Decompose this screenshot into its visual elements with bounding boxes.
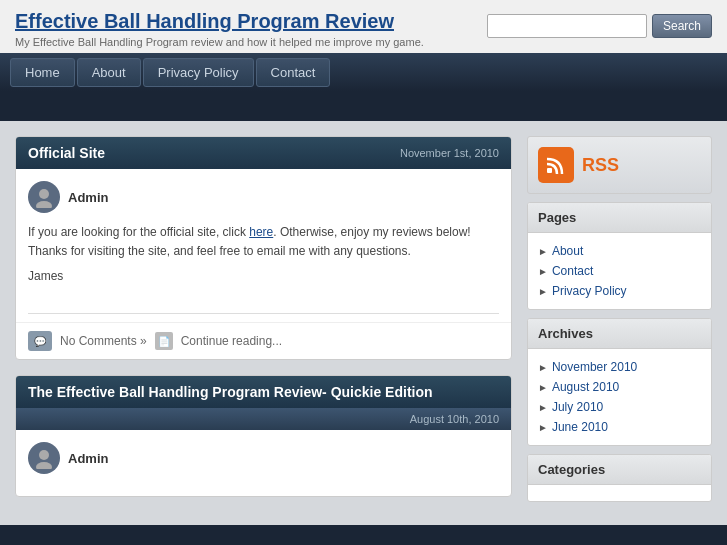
- svg-point-1: [36, 201, 52, 208]
- nav-privacy[interactable]: Privacy Policy: [143, 58, 254, 87]
- post-divider-1: [28, 313, 499, 314]
- sidebar-categories: Categories: [527, 454, 712, 502]
- sidebar-pages: Pages ► About ► Contact ► Privacy Policy: [527, 202, 712, 310]
- arrow-privacy: ►: [538, 286, 548, 297]
- sidebar-archive-aug2010[interactable]: ► August 2010: [538, 377, 701, 397]
- main-layout: Official Site November 1st, 2010 Admin I…: [0, 121, 727, 525]
- svg-point-2: [39, 450, 49, 460]
- nav: HomeAboutPrivacy PolicyContact: [0, 53, 727, 91]
- site-branding: Effective Ball Handling Program Review M…: [15, 10, 424, 48]
- svg-rect-4: [547, 168, 552, 173]
- search-input[interactable]: [487, 14, 647, 38]
- post-text-1: If you are looking for the official site…: [28, 223, 499, 261]
- sidebar-link-privacy[interactable]: ► Privacy Policy: [538, 281, 701, 301]
- banner-area: [0, 91, 727, 121]
- nav-about[interactable]: About: [77, 58, 141, 87]
- post-date-row-2: August 10th, 2010: [16, 408, 511, 430]
- sidebar-archives: Archives ► November 2010 ► August 2010 ►…: [527, 318, 712, 446]
- post-header-1: Official Site November 1st, 2010: [16, 137, 511, 169]
- site-title: Effective Ball Handling Program Review: [15, 10, 424, 33]
- sidebar-link-about[interactable]: ► About: [538, 241, 701, 261]
- post-date-2: August 10th, 2010: [410, 413, 499, 425]
- svg-point-0: [39, 189, 49, 199]
- author-name-2: Admin: [68, 451, 108, 466]
- continue-icon-1: 📄: [155, 332, 173, 350]
- nav-home[interactable]: Home: [10, 58, 75, 87]
- author-name-1: Admin: [68, 190, 108, 205]
- sidebar-categories-header: Categories: [528, 455, 711, 485]
- svg-point-3: [36, 462, 52, 469]
- post-body-2: Admin: [16, 430, 511, 496]
- here-link[interactable]: here: [249, 225, 273, 239]
- post-footer-1: 💬 No Comments » 📄 Continue reading...: [16, 322, 511, 359]
- author-row-1: Admin: [28, 181, 499, 213]
- avatar-2: [28, 442, 60, 474]
- post-header-2: The Effective Ball Handling Program Revi…: [16, 376, 511, 408]
- rss-icon[interactable]: [538, 147, 574, 183]
- arrow-contact: ►: [538, 266, 548, 277]
- post-date-1: November 1st, 2010: [400, 147, 499, 159]
- search-button[interactable]: Search: [652, 14, 712, 38]
- sidebar-archives-header: Archives: [528, 319, 711, 349]
- sidebar-pages-body: ► About ► Contact ► Privacy Policy: [528, 233, 711, 309]
- author-row-2: Admin: [28, 442, 499, 474]
- post-card-2: The Effective Ball Handling Program Revi…: [15, 375, 512, 497]
- sidebar-archives-body: ► November 2010 ► August 2010 ► July 201…: [528, 349, 711, 445]
- site-tagline: My Effective Ball Handling Program revie…: [15, 36, 424, 48]
- site-title-link[interactable]: Effective Ball Handling Program Review: [15, 10, 424, 33]
- nav-contact[interactable]: Contact: [256, 58, 331, 87]
- post-signature-1: James: [28, 269, 499, 283]
- sidebar: RSS Pages ► About ► Contact ► Privacy Po…: [527, 136, 712, 510]
- header: Effective Ball Handling Program Review M…: [0, 0, 727, 53]
- content: Official Site November 1st, 2010 Admin I…: [15, 136, 512, 510]
- post-body-1: Admin If you are looking for the officia…: [16, 169, 511, 305]
- arrow-about: ►: [538, 246, 548, 257]
- rss-widget: RSS: [527, 136, 712, 194]
- sidebar-archive-jul2010[interactable]: ► July 2010: [538, 397, 701, 417]
- rss-label: RSS: [582, 155, 619, 176]
- comment-icon-1: 💬: [28, 331, 52, 351]
- search-area: Search: [487, 14, 712, 38]
- post-card-1: Official Site November 1st, 2010 Admin I…: [15, 136, 512, 360]
- post-title-1: Official Site: [28, 145, 105, 161]
- avatar-1: [28, 181, 60, 213]
- continue-link-1[interactable]: Continue reading...: [181, 334, 282, 348]
- sidebar-archive-jun2010[interactable]: ► June 2010: [538, 417, 701, 437]
- sidebar-categories-body: [528, 485, 711, 501]
- no-comments-1: No Comments »: [60, 334, 147, 348]
- sidebar-archive-nov2010[interactable]: ► November 2010: [538, 357, 701, 377]
- sidebar-link-contact[interactable]: ► Contact: [538, 261, 701, 281]
- sidebar-pages-header: Pages: [528, 203, 711, 233]
- post-title-2: The Effective Ball Handling Program Revi…: [28, 384, 433, 400]
